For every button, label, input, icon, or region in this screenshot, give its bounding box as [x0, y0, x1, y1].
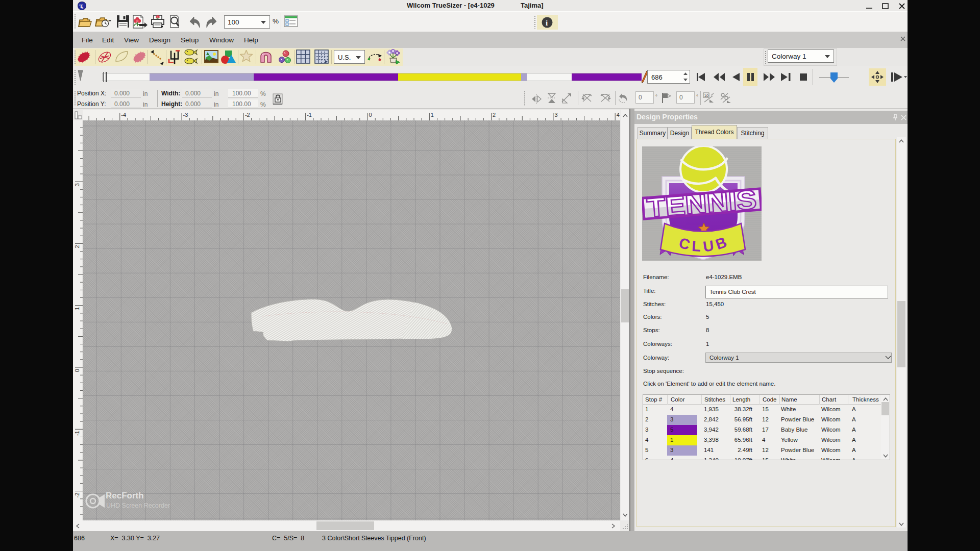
svg-text:1: 1 — [431, 112, 434, 118]
svg-text:3: 3 — [74, 183, 80, 186]
svg-text:3: 3 — [554, 112, 557, 118]
svg-text:0: 0 — [369, 112, 372, 118]
svg-text:-1: -1 — [307, 112, 312, 118]
svg-text:1: 1 — [74, 307, 80, 310]
svg-text:2: 2 — [74, 245, 80, 248]
svg-text:0: 0 — [74, 369, 80, 372]
svg-text:-4: -4 — [121, 112, 126, 118]
svg-text:-3: -3 — [183, 112, 188, 118]
svg-text:4: 4 — [617, 112, 620, 118]
svg-text:-1: -1 — [74, 431, 80, 436]
svg-text:2: 2 — [493, 112, 496, 118]
svg-text:-2: -2 — [74, 493, 80, 498]
svg-text:-2: -2 — [245, 112, 250, 118]
